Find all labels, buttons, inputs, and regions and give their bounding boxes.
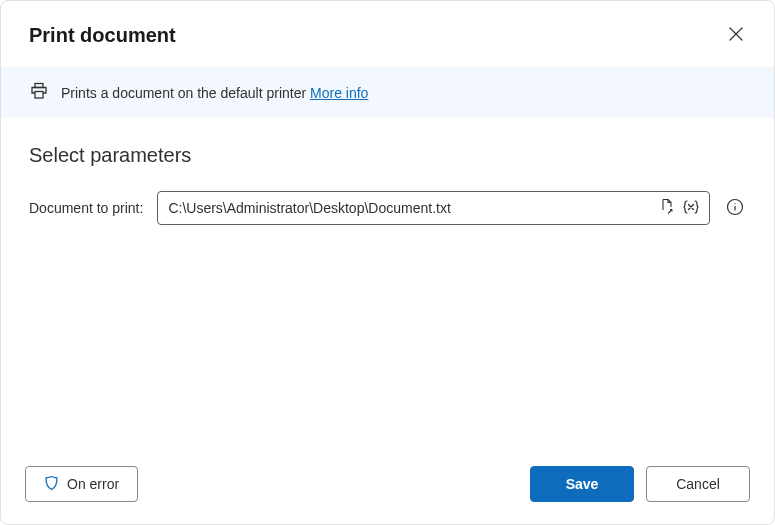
on-error-button[interactable]: On error [25,466,138,502]
printer-icon [29,81,49,104]
more-info-link[interactable]: More info [310,85,368,101]
file-arrow-icon [659,198,676,218]
on-error-label: On error [67,476,119,492]
info-bar: Prints a document on the default printer… [1,67,774,118]
help-button[interactable] [724,197,746,219]
svg-point-3 [734,203,735,204]
cancel-button[interactable]: Cancel [646,466,750,502]
variable-button[interactable] [679,196,703,220]
info-icon [726,198,744,219]
print-document-dialog: Print document Prints a document on the … [0,0,775,525]
shield-icon [44,475,59,494]
section-title: Select parameters [29,144,746,167]
svg-rect-1 [35,92,43,99]
save-button[interactable]: Save [530,466,634,502]
info-text: Prints a document on the default printer… [61,85,368,101]
close-button[interactable] [722,21,750,49]
dialog-header: Print document [1,1,774,67]
document-to-print-label: Document to print: [29,200,143,216]
dialog-title: Print document [29,24,176,47]
document-to-print-input-wrap [157,191,710,225]
dialog-content: Select parameters Document to print: [1,118,774,448]
dialog-footer: On error Save Cancel [1,448,774,524]
info-description: Prints a document on the default printer [61,85,310,101]
document-to-print-row: Document to print: [29,191,746,225]
variable-icon [682,199,700,218]
document-to-print-input[interactable] [168,200,655,216]
close-icon [729,27,743,44]
select-file-button[interactable] [655,196,679,220]
